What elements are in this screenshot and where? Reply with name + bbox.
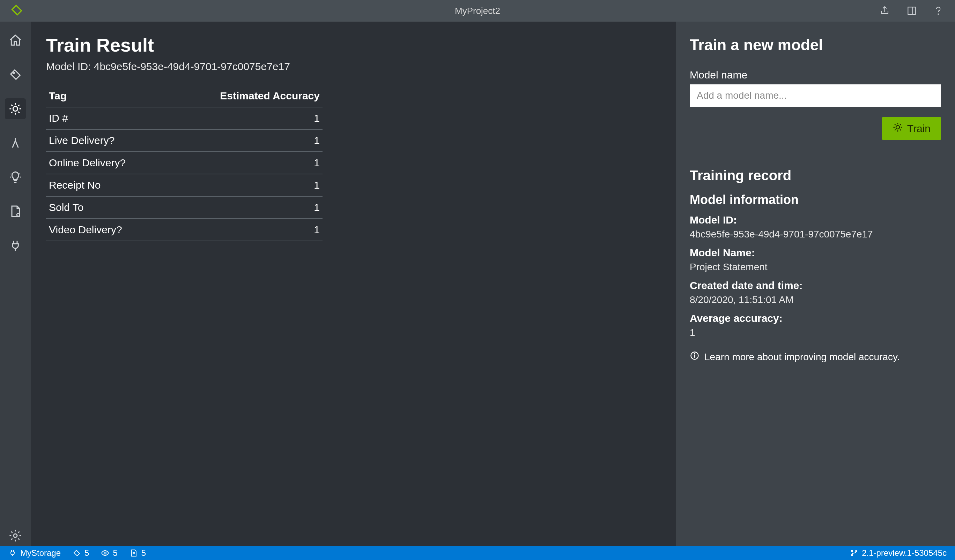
svg-point-14	[851, 550, 853, 552]
help-icon[interactable]	[931, 4, 945, 18]
info-icon	[690, 351, 700, 363]
sb-version: 2.1-preview.1-530545c	[862, 548, 947, 558]
svg-point-2	[938, 14, 939, 15]
result-table: Tag Estimated Accuracy ID #1 Live Delive…	[46, 85, 323, 241]
info-model-id-value: 4bc9e5fe-953e-49d4-9701-97c0075e7e17	[690, 229, 941, 240]
nav-tag-icon[interactable]	[5, 64, 26, 85]
model-id-value: 4bc9e5fe-953e-49d4-9701-97c0075e7e17	[94, 61, 290, 72]
svg-point-16	[856, 550, 857, 552]
training-record-heading: Training record	[690, 168, 941, 183]
nav-settings-icon[interactable]	[5, 525, 26, 546]
page-title: Train Result	[46, 34, 661, 56]
info-model-name-label: Model Name:	[690, 247, 941, 259]
right-pane: Train a new model Model name Train Train…	[676, 22, 955, 546]
col-header-tag: Tag	[46, 85, 168, 107]
nav-compose-icon[interactable]	[5, 133, 26, 153]
nav-train-icon[interactable]	[5, 98, 26, 119]
sb-tag-count: 5	[85, 548, 89, 558]
svg-point-15	[851, 554, 853, 556]
col-header-accuracy: Estimated Accuracy	[168, 85, 323, 107]
info-model-id-label: Model ID:	[690, 214, 941, 226]
sb-doc-count: 5	[141, 548, 146, 558]
branch-icon	[850, 549, 858, 557]
model-id-line: Model ID: 4bc9e5fe-953e-49d4-9701-97c007…	[46, 61, 661, 73]
svg-point-11	[104, 552, 106, 554]
left-nav	[0, 22, 31, 546]
svg-rect-0	[908, 7, 915, 14]
sb-views[interactable]: 5	[101, 548, 117, 558]
content-area: Train Result Model ID: 4bc9e5fe-953e-49d…	[31, 22, 955, 546]
sb-storage-label: MyStorage	[20, 548, 61, 558]
project-title: MyProject2	[455, 6, 500, 16]
model-name-input[interactable]	[690, 84, 941, 107]
table-row: Online Delivery?1	[46, 152, 323, 174]
svg-point-6	[14, 534, 17, 537]
share-icon[interactable]	[878, 4, 892, 18]
learn-more-text: Learn more about improving model accurac…	[705, 351, 900, 363]
panel-icon[interactable]	[905, 4, 919, 18]
sb-version-area[interactable]: 2.1-preview.1-530545c	[850, 548, 947, 558]
train-button-label: Train	[907, 123, 931, 134]
table-row: ID #1	[46, 107, 323, 129]
train-button-icon	[892, 122, 903, 135]
table-row: Live Delivery?1	[46, 129, 323, 152]
main-pane: Train Result Model ID: 4bc9e5fe-953e-49d…	[31, 22, 676, 546]
model-info-heading: Model information	[690, 192, 941, 207]
svg-point-10	[694, 354, 695, 354]
model-id-prefix: Model ID:	[46, 61, 91, 72]
table-row: Sold To1	[46, 196, 323, 218]
table-row: Receipt No1	[46, 174, 323, 196]
sb-docs[interactable]: 5	[130, 548, 146, 558]
model-name-label: Model name	[690, 69, 941, 81]
nav-lightbulb-icon[interactable]	[5, 167, 26, 187]
svg-point-4	[13, 106, 17, 111]
sb-tags[interactable]: 5	[73, 548, 89, 558]
info-avg-acc-label: Average accuracy:	[690, 312, 941, 324]
sb-storage[interactable]: MyStorage	[8, 548, 61, 558]
nav-page-settings-icon[interactable]	[5, 201, 26, 222]
svg-point-7	[896, 126, 900, 129]
train-new-model-heading: Train a new model	[690, 36, 941, 54]
sb-view-count: 5	[113, 548, 117, 558]
statusbar: MyStorage 5 5 5 2.1-preview.1-530545c	[0, 546, 955, 560]
info-avg-acc-value: 1	[690, 327, 941, 338]
learn-more-link[interactable]: Learn more about improving model accurac…	[690, 351, 941, 363]
svg-point-5	[17, 214, 20, 216]
svg-point-3	[13, 72, 14, 73]
app-logo-icon	[10, 3, 24, 19]
topbar: MyProject2	[0, 0, 955, 22]
info-model-name-value: Project Statement	[690, 262, 941, 273]
table-row: Video Delivery?1	[46, 218, 323, 241]
nav-home-icon[interactable]	[5, 30, 26, 51]
train-button[interactable]: Train	[882, 117, 941, 140]
info-created-label: Created date and time:	[690, 280, 941, 292]
info-created-value: 8/20/2020, 11:51:01 AM	[690, 294, 941, 306]
nav-plug-icon[interactable]	[5, 235, 26, 256]
